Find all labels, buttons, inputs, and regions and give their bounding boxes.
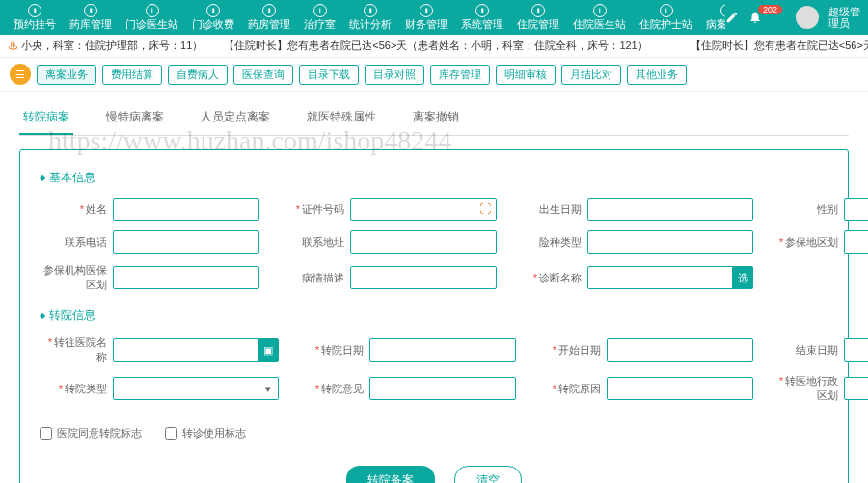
label-startdate: 开始日期 [558, 344, 601, 356]
section-transfer-title: 转院信息 [40, 308, 828, 324]
tab[interactable]: 转院病案 [19, 101, 73, 135]
nav-item[interactable]: 财务管理 [399, 2, 453, 32]
input-opinion[interactable] [369, 377, 516, 400]
label-instype: 险种类型 [539, 236, 582, 248]
user-info: 超级管 理员 [828, 6, 860, 29]
form-panel: 基本信息 *姓名 *证件号码⛶ 出生日期 性别 联系电话 联系地址 险种类型 *… [19, 149, 849, 483]
input-idno[interactable] [350, 198, 497, 221]
input-addr[interactable] [350, 230, 497, 254]
nav-item[interactable]: 系统管理 [455, 2, 509, 32]
input-area[interactable] [844, 230, 868, 254]
input-gender[interactable] [844, 198, 868, 221]
input-diag[interactable] [587, 266, 734, 289]
label-enddate: 结束日期 [796, 344, 838, 356]
action-pill[interactable]: 库存管理 [430, 65, 490, 85]
tab[interactable]: 就医特殊属性 [303, 101, 380, 135]
input-name[interactable] [113, 198, 259, 221]
nav-item[interactable]: 统计分析 [343, 2, 397, 32]
label-birth: 出生日期 [539, 203, 582, 215]
label-docarea: 转医地行政区划 [785, 375, 838, 401]
label-name: 姓名 [86, 203, 107, 215]
menu-toggle-icon[interactable]: ☰ [10, 64, 31, 85]
nav-icon [475, 4, 489, 17]
nav-item[interactable]: 门诊收费 [186, 2, 240, 32]
input-transdate[interactable] [369, 338, 516, 362]
label-reason: 转院原因 [558, 383, 601, 394]
nav-icon [313, 4, 327, 17]
label-diag: 诊断名称 [539, 272, 582, 283]
input-instype[interactable] [587, 230, 753, 254]
input-hospital[interactable] [113, 338, 259, 362]
nav-icon [420, 4, 433, 17]
tab[interactable]: 人员定点离案 [197, 101, 274, 135]
label-opinion: 转院意见 [321, 383, 364, 394]
nav-item[interactable]: 住院医生站 [567, 2, 632, 32]
label-orgarea: 参保机构医保区划 [43, 264, 107, 290]
nav-icon [593, 4, 607, 17]
nav-icon [720, 4, 725, 17]
select-diag-button[interactable]: 选 [732, 266, 753, 289]
input-enddate[interactable] [844, 338, 868, 362]
user-name: 超级管 [828, 6, 860, 17]
input-desc[interactable] [350, 266, 497, 289]
label-area: 参保地区划 [785, 236, 838, 248]
checkbox-hospital-agree[interactable]: 医院同意转院标志 [40, 426, 142, 441]
action-pill[interactable]: 医保查询 [233, 65, 293, 85]
input-reason[interactable] [607, 377, 753, 400]
nav-icon [206, 4, 220, 17]
top-navbar: 预约挂号药库管理门诊医生站门诊收费药房管理治疗室统计分析财务管理系统管理住院管理… [0, 0, 868, 35]
nav-item[interactable]: 预约挂号 [8, 2, 62, 32]
nav-item[interactable]: 住院管理 [511, 2, 565, 32]
input-orgarea[interactable] [113, 266, 259, 289]
user-role: 理员 [828, 17, 860, 29]
clear-button[interactable]: 清空 [454, 466, 522, 483]
action-pill[interactable]: 月结比对 [561, 65, 621, 85]
notification-badge[interactable]: 202 [758, 5, 782, 14]
label-addr: 联系地址 [302, 236, 344, 248]
action-row: ☰ 离案业务费用结算自费病人医保查询目录下载目录对照库存管理明细审核月结比对其他… [0, 58, 868, 92]
nav-item[interactable]: 门诊医生站 [120, 2, 184, 32]
select-hospital-button[interactable]: ▣ [258, 338, 279, 362]
nav-item[interactable]: 药房管理 [242, 2, 296, 32]
action-pill[interactable]: 其他业务 [627, 65, 687, 85]
action-pill[interactable]: 自费病人 [168, 65, 228, 85]
dropdown-transtype-icon[interactable]: ▾ [258, 377, 279, 400]
nav-icon [84, 4, 97, 17]
nav-items: 预约挂号药库管理门诊医生站门诊收费药房管理治疗室统计分析财务管理系统管理住院管理… [8, 2, 725, 32]
avatar[interactable] [796, 6, 819, 29]
label-desc: 病情描述 [302, 272, 344, 283]
nav-icon [28, 4, 41, 17]
tab[interactable]: 离案撤销 [409, 101, 463, 135]
action-pill[interactable]: 费用结算 [102, 65, 162, 85]
section-basic-title: 基本信息 [40, 170, 828, 186]
action-pill[interactable]: 离案业务 [37, 65, 96, 85]
nav-item[interactable]: 药库管理 [64, 2, 118, 32]
nav-item[interactable]: 住院护士站 [634, 2, 698, 32]
nav-item[interactable]: 病案管理 [700, 2, 725, 32]
tabs: 转院病案慢特病离案人员定点离案就医特殊属性离案撤销 [19, 101, 849, 136]
label-phone: 联系电话 [65, 236, 107, 248]
marquee-bar: ♨ 小央，科室：住院护理部，床号：11） 【住院时长】您有患者在院已达<56>天… [0, 35, 868, 58]
label-gender: 性别 [817, 203, 838, 215]
input-startdate[interactable] [607, 338, 753, 362]
checkbox-referral-use[interactable]: 转诊使用标志 [165, 426, 246, 441]
label-transtype: 转院类型 [65, 383, 107, 394]
input-phone[interactable] [113, 230, 259, 254]
tab[interactable]: 慢特病离案 [102, 101, 168, 135]
input-transtype[interactable] [113, 377, 259, 400]
action-pill[interactable]: 目录下载 [299, 65, 359, 85]
topbar-right: 202 超级管 理员 [725, 6, 860, 29]
action-pill[interactable]: 明细审核 [496, 65, 556, 85]
submit-button[interactable]: 转院备案 [346, 466, 435, 483]
nav-icon [364, 4, 377, 17]
edit-icon[interactable] [725, 11, 739, 24]
nav-item[interactable]: 治疗室 [298, 2, 341, 32]
nav-icon [660, 4, 673, 17]
input-birth[interactable] [587, 198, 753, 221]
scan-icon[interactable]: ⛶ [479, 202, 491, 216]
nav-icon [531, 4, 545, 17]
input-docarea[interactable] [844, 377, 868, 400]
action-pill[interactable]: 目录对照 [365, 65, 424, 85]
label-idno: 证件号码 [302, 203, 344, 215]
nav-icon [146, 4, 159, 17]
